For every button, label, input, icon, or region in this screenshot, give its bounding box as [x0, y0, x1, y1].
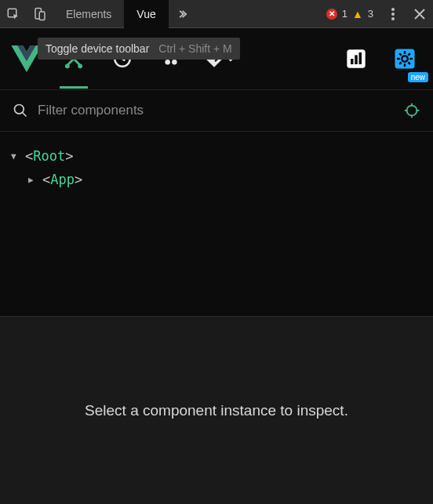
tab-vue[interactable]: Vue [124, 0, 168, 28]
more-tabs-icon[interactable] [169, 0, 195, 28]
svg-point-13 [165, 60, 170, 65]
tooltip-label: Toggle device toolbar [45, 42, 149, 55]
svg-rect-2 [39, 12, 45, 20]
settings-new-badge: new [408, 72, 428, 82]
component-tree: ▼ <Root> ▶ <App> [0, 132, 433, 204]
details-panel: Select a component instance to inspect. [0, 316, 433, 504]
warning-icon: ▲ [352, 8, 363, 20]
search-icon [13, 103, 28, 118]
performance-tab-icon[interactable] [339, 42, 373, 76]
target-select-icon[interactable] [403, 102, 420, 119]
tree-node-label: App [50, 172, 75, 187]
devtools-menu-icon[interactable] [380, 0, 406, 28]
tree-node-app[interactable]: ▶ <App> [11, 168, 422, 191]
warning-count: 3 [368, 8, 373, 20]
filter-components-input[interactable] [38, 103, 394, 118]
tab-elements-label: Elements [66, 8, 111, 20]
svg-point-5 [391, 17, 395, 20]
error-count: 1 [342, 8, 347, 20]
tab-elements[interactable]: Elements [53, 0, 124, 28]
settings-tab-icon[interactable]: new [388, 42, 422, 76]
svg-point-4 [391, 13, 395, 16]
svg-rect-18 [359, 53, 362, 64]
svg-point-14 [172, 60, 177, 65]
svg-point-7 [65, 63, 70, 68]
svg-point-22 [407, 106, 417, 116]
tab-vue-label: Vue [136, 8, 155, 20]
svg-point-8 [78, 63, 82, 68]
tooltip-shortcut: Ctrl + Shift + M [158, 42, 231, 55]
devtools-tab-bar: Elements Vue ✕ 1 ▲ 3 [0, 0, 433, 28]
svg-point-3 [391, 8, 395, 11]
svg-point-21 [15, 105, 24, 114]
tree-node-root[interactable]: ▼ <Root> [11, 144, 422, 168]
device-toolbar-icon[interactable] [27, 0, 53, 28]
tree-node-label: Root [33, 148, 65, 164]
caret-down-icon: ▼ [11, 151, 25, 161]
svg-rect-17 [355, 55, 358, 64]
tooltip: Toggle device toolbar Ctrl + Shift + M [38, 38, 240, 60]
close-devtools-icon[interactable] [406, 0, 433, 28]
details-empty-message: Select a component instance to inspect. [85, 402, 348, 419]
caret-right-icon: ▶ [28, 175, 42, 185]
inspect-element-icon[interactable] [0, 0, 27, 28]
svg-rect-16 [351, 59, 354, 64]
filter-row [0, 89, 433, 132]
console-counts[interactable]: ✕ 1 ▲ 3 [320, 8, 380, 20]
error-icon: ✕ [326, 9, 337, 20]
